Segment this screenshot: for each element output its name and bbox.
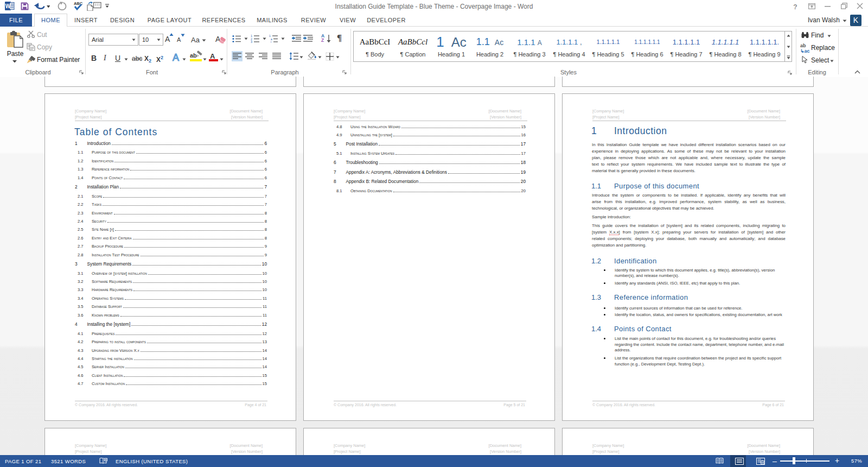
svg-text:i: i [271, 40, 271, 43]
svg-text:?: ? [793, 3, 797, 10]
svg-text:3: 3 [251, 40, 252, 43]
